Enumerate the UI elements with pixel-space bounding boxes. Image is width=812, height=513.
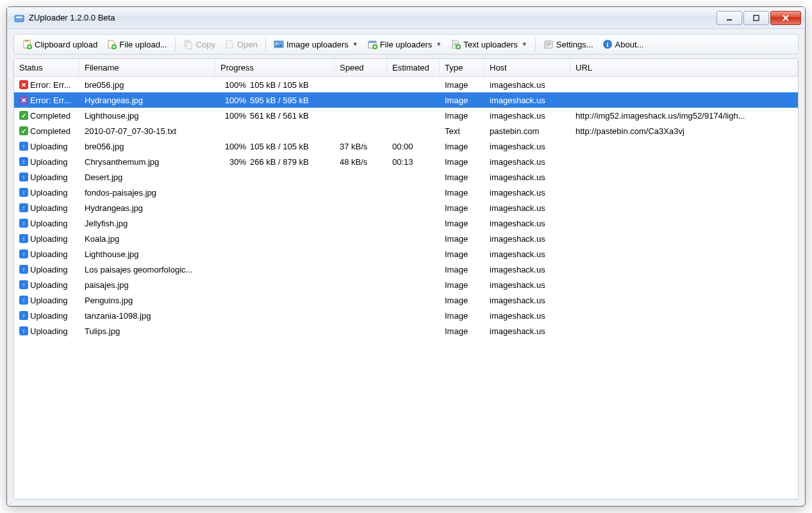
table-row[interactable]: ↑UploadingDesert.jpgImageimageshack.us	[14, 169, 798, 185]
table-row[interactable]: ↑Uploadingpaisajes.jpgImageimageshack.us	[14, 277, 798, 292]
file-uploaders-label: File uploaders	[380, 40, 433, 49]
upload-icon: ↑	[19, 157, 28, 166]
toolbar: Clipboard upload File upload... Copy Ope…	[13, 34, 799, 55]
status-text: Uploading	[30, 311, 68, 321]
type-cell: Image	[440, 280, 485, 290]
status-text: Uploading	[30, 249, 68, 259]
error-icon: ✕	[19, 80, 28, 89]
type-cell: Image	[440, 172, 485, 182]
header-speed[interactable]: Speed	[335, 59, 387, 76]
status-text: Uploading	[30, 219, 68, 228]
url-cell: http://img52.imageshack.us/img52/9174/li…	[570, 111, 798, 121]
table-row[interactable]: ↑UploadingChrysanthemum.jpg30%266 kB / 8…	[14, 154, 798, 169]
filename-cell: Hydrangeas.jpg	[79, 96, 215, 105]
progress-text: 105 kB / 105 kB	[250, 142, 309, 151]
type-cell: Image	[440, 157, 485, 167]
upload-icon: ↑	[19, 203, 28, 212]
image-uploaders-button[interactable]: Image uploaders ▼	[270, 37, 362, 51]
host-cell: imageshack.us	[485, 111, 570, 121]
filename-cell: fondos-paisajes.jpg	[79, 188, 215, 198]
filename-cell: paisajes.jpg	[79, 280, 215, 290]
separator	[265, 37, 266, 51]
table-row[interactable]: ✕Error: Err...Hydrangeas.jpg100%595 kB /…	[14, 92, 798, 108]
estimated-cell: 00:13	[387, 157, 440, 167]
text-uploaders-label: Text uploaders	[463, 40, 518, 49]
filename-cell: Penguins.jpg	[79, 296, 215, 305]
status-text: Uploading	[30, 265, 68, 274]
svg-text:i: i	[606, 40, 608, 48]
host-cell: imageshack.us	[485, 234, 570, 244]
filename-cell: bre056.jpg	[79, 142, 215, 151]
open-button[interactable]: Open	[220, 37, 261, 51]
upload-list: Status Filename Progress Speed Estimated…	[13, 58, 799, 500]
table-row[interactable]: ↑UploadingTulips.jpgImageimageshack.us	[14, 323, 798, 339]
table-row[interactable]: ✕Error: Err...bre056.jpg100%105 kB / 105…	[14, 77, 798, 92]
settings-icon	[543, 39, 554, 49]
table-row[interactable]: ↑UploadingHydrangeas.jpgImageimageshack.…	[14, 200, 798, 215]
success-icon: ✓	[19, 111, 28, 120]
clipboard-upload-button[interactable]: Clipboard upload	[18, 37, 101, 51]
host-cell: imageshack.us	[485, 172, 570, 182]
type-cell: Image	[440, 188, 485, 198]
type-cell: Image	[440, 249, 485, 259]
host-cell: imageshack.us	[485, 157, 570, 167]
type-cell: Image	[440, 219, 485, 228]
app-window: ZUploader 1.2.0.0 Beta Clipboard upload	[6, 6, 806, 507]
table-row[interactable]: ↑Uploadingtanzania-1098.jpgImageimagesha…	[14, 308, 798, 323]
about-button[interactable]: i About...	[599, 37, 648, 51]
progress-text: 595 kB / 595 kB	[250, 96, 309, 105]
header-estimated[interactable]: Estimated	[387, 59, 440, 76]
table-row[interactable]: ↑UploadingPenguins.jpgImageimageshack.us	[14, 292, 798, 308]
table-row[interactable]: ↑UploadingJellyfish.jpgImageimageshack.u…	[14, 215, 798, 231]
settings-button[interactable]: Settings...	[540, 37, 597, 51]
type-cell: Image	[440, 142, 485, 151]
header-progress[interactable]: Progress	[215, 59, 335, 76]
filename-cell: Koala.jpg	[79, 234, 215, 244]
type-cell: Image	[440, 234, 485, 244]
host-cell: imageshack.us	[485, 326, 570, 336]
table-row[interactable]: ✓CompletedLighthouse.jpg100%561 kB / 561…	[14, 108, 798, 123]
header-host[interactable]: Host	[485, 59, 570, 76]
column-headers: Status Filename Progress Speed Estimated…	[14, 59, 798, 77]
table-row[interactable]: ↑UploadingLos paisajes geomorfologic...I…	[14, 262, 798, 277]
minimize-button[interactable]	[717, 11, 742, 25]
filename-cell: 2010-07-07_07-30-15.txt	[79, 126, 215, 136]
upload-icon: ↑	[19, 296, 28, 305]
status-text: Uploading	[30, 188, 68, 198]
svg-rect-9	[186, 42, 192, 49]
filename-cell: Hydrangeas.jpg	[79, 203, 215, 213]
maximize-button[interactable]	[743, 11, 769, 25]
progress-text: 105 kB / 105 kB	[250, 80, 309, 90]
host-cell: imageshack.us	[485, 80, 570, 90]
file-upload-button[interactable]: File upload...	[103, 37, 170, 51]
header-type[interactable]: Type	[440, 59, 485, 76]
status-text: Uploading	[30, 234, 68, 244]
app-icon	[13, 12, 25, 24]
separator	[535, 37, 536, 51]
error-icon: ✕	[19, 96, 28, 105]
success-icon: ✓	[19, 126, 28, 135]
host-cell: imageshack.us	[485, 249, 570, 259]
clipboard-upload-label: Clipboard upload	[35, 40, 97, 49]
file-uploaders-button[interactable]: File uploaders ▼	[363, 37, 446, 51]
host-cell: imageshack.us	[485, 280, 570, 290]
host-cell: pastebin.com	[485, 126, 570, 136]
copy-button[interactable]: Copy	[179, 37, 219, 51]
table-row[interactable]: ↑UploadingLighthouse.jpgImageimageshack.…	[14, 246, 798, 262]
filename-cell: Desert.jpg	[79, 172, 215, 182]
text-uploaders-button[interactable]: Text uploaders ▼	[447, 37, 531, 51]
table-row[interactable]: ↑Uploadingbre056.jpg100%105 kB / 105 kB3…	[14, 139, 798, 154]
host-cell: imageshack.us	[485, 219, 570, 228]
table-row[interactable]: ✓Completed2010-07-07_07-30-15.txtTextpas…	[14, 123, 798, 139]
window-title: ZUploader 1.2.0.0 Beta	[29, 13, 717, 22]
header-status[interactable]: Status	[14, 59, 79, 76]
header-url[interactable]: URL	[570, 59, 798, 76]
table-row[interactable]: ↑UploadingKoala.jpgImageimageshack.us	[14, 231, 798, 246]
close-button[interactable]	[770, 11, 801, 25]
status-text: Uploading	[30, 142, 68, 151]
copy-icon	[183, 39, 194, 49]
titlebar: ZUploader 1.2.0.0 Beta	[7, 7, 805, 29]
table-row[interactable]: ↑Uploadingfondos-paisajes.jpgImageimages…	[14, 185, 798, 200]
status-text: Uploading	[30, 326, 68, 336]
header-filename[interactable]: Filename	[79, 59, 215, 76]
